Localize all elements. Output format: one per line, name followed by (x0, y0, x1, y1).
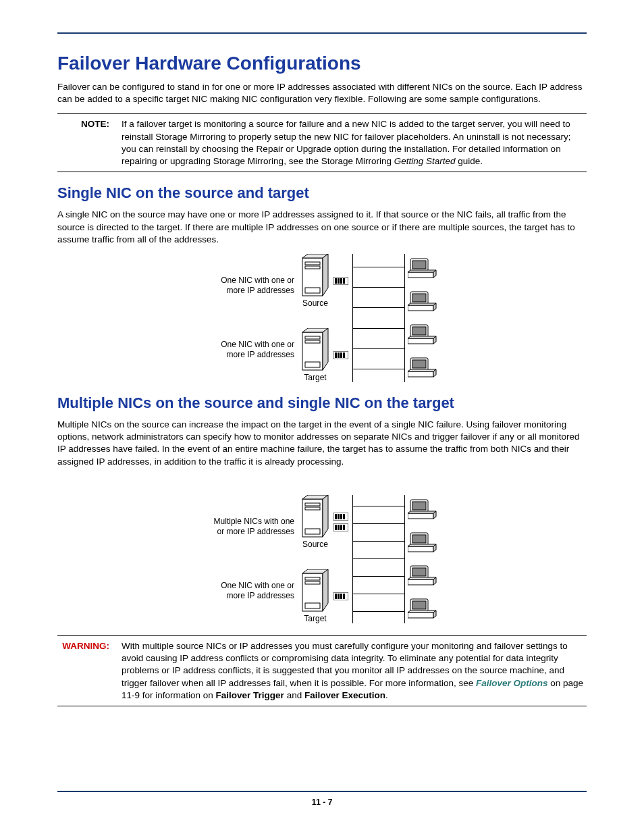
diagram-multiple-nic: Multiple NICs with one or more IP addres… (57, 495, 587, 623)
server-tower-icon (301, 495, 329, 538)
note-label: NOTE: (57, 118, 122, 167)
diagram2-caption-source: Source (301, 540, 329, 549)
nic-icon (333, 513, 348, 521)
server-tower-icon (301, 254, 329, 297)
server-tower-icon (301, 569, 329, 613)
network-bus (352, 495, 405, 623)
nic-icon (333, 592, 348, 600)
section1-heading: Single NIC on the source and target (57, 184, 587, 202)
diagram1-caption-target: Target (301, 373, 329, 382)
intro-paragraph: Failover can be configured to stand in f… (57, 81, 587, 105)
client-workstation-icon (408, 323, 437, 345)
nic-icon (333, 523, 348, 531)
note-text: If a failover target is monitoring a sou… (122, 118, 587, 167)
page-footer: 11 - 7 (57, 791, 587, 807)
section2-body: Multiple NICs on the source can increase… (57, 419, 587, 468)
page-number: 11 - 7 (312, 798, 333, 807)
client-workstation-icon (408, 565, 437, 586)
diagram1-caption-source: Source (301, 298, 329, 308)
warning-callout: WARNING: With multiple source NICs or IP… (57, 635, 587, 706)
failover-options-link[interactable]: Failover Options (476, 678, 548, 688)
client-workstation-icon (408, 290, 437, 312)
top-rule (57, 32, 587, 34)
client-workstation-icon (408, 257, 437, 279)
diagram1-label-target: One NIC with one or more IP addresses (207, 340, 294, 360)
diagram2-label-target: One NIC with one or more IP addresses (207, 581, 294, 601)
network-bus (352, 254, 405, 382)
diagram1-label-source: One NIC with one or more IP addresses (207, 276, 294, 296)
client-workstation-icon (408, 498, 437, 520)
section1-body: A single NIC on the source may have one … (57, 209, 587, 246)
client-workstation-icon (408, 598, 437, 619)
client-workstation-icon (408, 357, 437, 378)
warning-text: With multiple source NICs or IP addresse… (122, 640, 587, 702)
nic-icon (333, 277, 348, 285)
warning-label: WARNING: (57, 640, 122, 702)
nic-icon (333, 351, 348, 359)
client-workstation-icon (408, 531, 437, 553)
diagram2-caption-target: Target (301, 614, 329, 623)
server-tower-icon (301, 328, 329, 371)
diagram2-label-source: Multiple NICs with one or more IP addres… (207, 517, 294, 537)
page-title: Failover Hardware Configurations (57, 53, 587, 74)
section2-heading: Multiple NICs on the source and single N… (57, 394, 587, 412)
note-callout: NOTE: If a failover target is monitoring… (57, 113, 587, 172)
diagram-single-nic: One NIC with one or more IP addresses On… (57, 254, 587, 382)
